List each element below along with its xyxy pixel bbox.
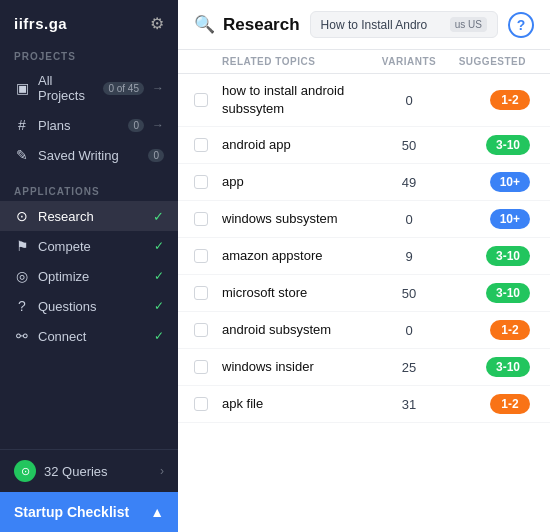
row-suggested: 3-10 <box>444 246 534 266</box>
sidebar-item-label: Research <box>38 209 145 224</box>
suggested-badge: 3-10 <box>486 246 530 266</box>
locale-badge: us US <box>450 17 487 32</box>
sidebar-item-label: Plans <box>38 118 120 133</box>
row-suggested: 3-10 <box>444 357 534 377</box>
sidebar-item-label: Questions <box>38 299 146 314</box>
compete-check: ✓ <box>154 239 164 253</box>
research-check: ✓ <box>153 209 164 224</box>
page-title: 🔍 Research <box>194 14 300 35</box>
row-topic: windows subsystem <box>222 210 374 228</box>
search-icon: 🔍 <box>194 14 215 35</box>
sidebar-item-optimize[interactable]: ◎ Optimize ✓ <box>0 261 178 291</box>
table-header: RELATED TOPICS VARIANTS SUGGESTED <box>178 50 550 74</box>
optimize-check: ✓ <box>154 269 164 283</box>
queries-arrow: › <box>160 464 164 478</box>
table-row: app 49 10+ <box>178 164 550 201</box>
suggested-badge: 3-10 <box>486 135 530 155</box>
row-variants: 31 <box>374 397 444 412</box>
table-row: how to install android subssytem 0 1-2 <box>178 74 550 127</box>
row-variants: 0 <box>374 212 444 227</box>
saved-writing-icon: ✎ <box>14 147 30 163</box>
suggested-badge: 1-2 <box>490 394 530 414</box>
sidebar-logo: iifrs.ga <box>14 15 67 32</box>
suggested-badge: 1-2 <box>490 90 530 110</box>
projects-section-label: PROJECTS <box>0 43 178 66</box>
all-projects-arrow: → <box>152 81 164 95</box>
sidebar-item-questions[interactable]: ? Questions ✓ <box>0 291 178 321</box>
gear-icon[interactable]: ⚙ <box>150 14 164 33</box>
connect-check: ✓ <box>154 329 164 343</box>
row-checkbox[interactable] <box>194 360 222 374</box>
startup-checklist-label: Startup Checklist <box>14 504 129 520</box>
row-variants: 9 <box>374 249 444 264</box>
row-topic: how to install android subssytem <box>222 82 374 118</box>
sidebar-item-research[interactable]: ⊙ Research ✓ <box>0 201 178 231</box>
applications-section-label: APPLICATIONS <box>0 178 178 201</box>
queries-dot: ⊙ <box>14 460 36 482</box>
sidebar-item-compete[interactable]: ⚑ Compete ✓ <box>0 231 178 261</box>
suggested-badge: 10+ <box>490 172 530 192</box>
table-row: android app 50 3-10 <box>178 127 550 164</box>
sidebar-item-label: All Projects <box>38 73 95 103</box>
row-topic: app <box>222 173 374 191</box>
all-projects-badge: 0 of 45 <box>103 82 144 95</box>
row-checkbox[interactable] <box>194 175 222 189</box>
row-checkbox[interactable] <box>194 249 222 263</box>
sidebar: iifrs.ga ⚙ PROJECTS ▣ All Projects 0 of … <box>0 0 178 532</box>
saved-writing-badge: 0 <box>148 149 164 162</box>
row-suggested: 1-2 <box>444 394 534 414</box>
col-header-related-topics: RELATED TOPICS <box>222 56 374 67</box>
row-topic: windows insider <box>222 358 374 376</box>
row-checkbox[interactable] <box>194 323 222 337</box>
suggested-badge: 10+ <box>490 209 530 229</box>
plans-icon: # <box>14 117 30 133</box>
table-row: windows subsystem 0 10+ <box>178 201 550 238</box>
row-checkbox[interactable] <box>194 138 222 152</box>
row-topic: microsoft store <box>222 284 374 302</box>
page-title-text: Research <box>223 15 300 35</box>
sidebar-item-plans[interactable]: # Plans 0 → <box>0 110 178 140</box>
row-variants: 25 <box>374 360 444 375</box>
help-icon: ? <box>517 17 526 33</box>
queries-row[interactable]: ⊙ 32 Queries › <box>0 449 178 492</box>
suggested-badge: 3-10 <box>486 283 530 303</box>
research-icon: ⊙ <box>14 208 30 224</box>
row-variants: 0 <box>374 93 444 108</box>
questions-check: ✓ <box>154 299 164 313</box>
questions-icon: ? <box>14 298 30 314</box>
sidebar-item-saved-writing[interactable]: ✎ Saved Writing 0 <box>0 140 178 170</box>
suggested-badge: 3-10 <box>486 357 530 377</box>
row-checkbox[interactable] <box>194 212 222 226</box>
search-input[interactable]: How to Install Andro us US <box>310 11 498 38</box>
sidebar-item-label: Optimize <box>38 269 146 284</box>
sidebar-item-connect[interactable]: ⚯ Connect ✓ <box>0 321 178 351</box>
sidebar-header: iifrs.ga ⚙ <box>0 0 178 43</box>
row-topic: amazon appstore <box>222 247 374 265</box>
row-checkbox[interactable] <box>194 93 222 107</box>
col-header-suggested: SUGGESTED <box>444 56 534 67</box>
sidebar-item-label: Compete <box>38 239 146 254</box>
sidebar-item-label: Connect <box>38 329 146 344</box>
startup-checklist-button[interactable]: Startup Checklist ▲ <box>0 492 178 532</box>
row-checkbox[interactable] <box>194 286 222 300</box>
help-button[interactable]: ? <box>508 12 534 38</box>
plans-badge: 0 <box>128 119 144 132</box>
row-suggested: 1-2 <box>444 320 534 340</box>
row-variants: 50 <box>374 286 444 301</box>
compete-icon: ⚑ <box>14 238 30 254</box>
row-suggested: 10+ <box>444 172 534 192</box>
row-suggested: 10+ <box>444 209 534 229</box>
table-row: microsoft store 50 3-10 <box>178 275 550 312</box>
row-topic: apk file <box>222 395 374 413</box>
table-body: how to install android subssytem 0 1-2 a… <box>178 74 550 532</box>
row-topic: android subsystem <box>222 321 374 339</box>
row-variants: 50 <box>374 138 444 153</box>
row-checkbox[interactable] <box>194 397 222 411</box>
row-suggested: 3-10 <box>444 283 534 303</box>
table-row: amazon appstore 9 3-10 <box>178 238 550 275</box>
sidebar-item-label: Saved Writing <box>38 148 140 163</box>
row-variants: 49 <box>374 175 444 190</box>
optimize-icon: ◎ <box>14 268 30 284</box>
sidebar-item-all-projects[interactable]: ▣ All Projects 0 of 45 → <box>0 66 178 110</box>
startup-checklist-icon: ▲ <box>150 504 164 520</box>
